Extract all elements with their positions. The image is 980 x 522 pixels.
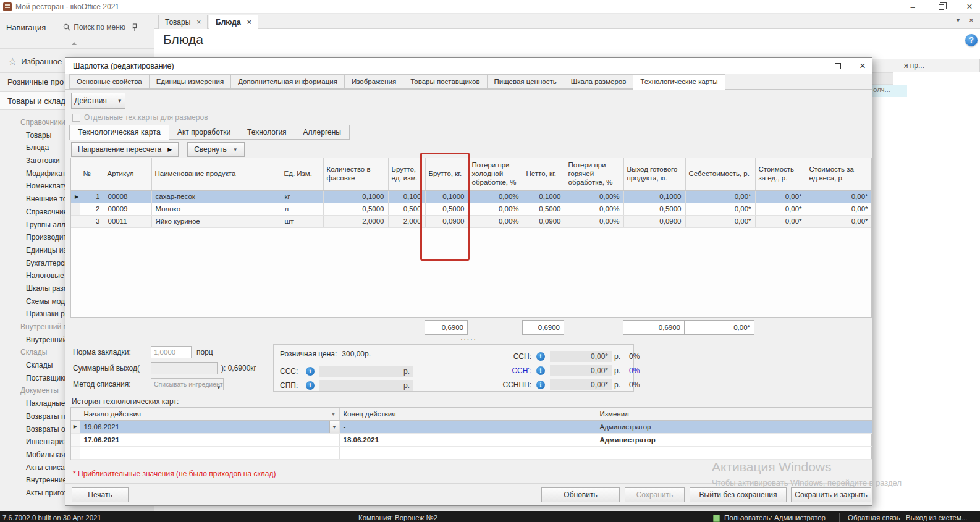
- separate-techcards-checkbox[interactable]: Отдельные тех.карты для размеров: [72, 113, 208, 122]
- subtab-technology[interactable]: Технология: [239, 125, 295, 140]
- maximize-icon: [835, 63, 841, 69]
- col-article[interactable]: Артикул: [104, 158, 151, 190]
- col-cost[interactable]: Себестоимость, р.: [685, 158, 755, 190]
- tab-supplier-products[interactable]: Товары поставщиков: [403, 74, 487, 89]
- yield-input[interactable]: [151, 362, 218, 374]
- tab-units[interactable]: Единицы измерения: [150, 74, 231, 89]
- col-gross-unit[interactable]: Брутто, ед. изм.: [388, 158, 425, 190]
- ccn2-label: ССН':: [493, 366, 531, 375]
- tablist-close-icon[interactable]: ×: [969, 15, 974, 25]
- yield-label: Суммарный выход(: [73, 364, 140, 373]
- chevron-down-icon: ▼: [233, 147, 238, 153]
- tab-tech-cards[interactable]: Технологические карты: [633, 74, 725, 90]
- document-tabbar: Товары × Блюда × ▼ ×: [154, 14, 980, 29]
- col-gross-kg[interactable]: Брутто, кг.: [425, 158, 468, 190]
- col-qty-packing[interactable]: Количество в фасовке: [323, 158, 388, 190]
- col-net-kg[interactable]: Нетто, кг.: [523, 158, 565, 190]
- feedback-link[interactable]: Обратная связь: [848, 514, 900, 521]
- dialog-titlebar: Шарлотка (редактирование) – ×: [65, 58, 872, 74]
- save-button[interactable]: Сохранить: [625, 487, 685, 502]
- checkbox-icon: [72, 114, 80, 122]
- ccnpp-info-icon[interactable]: i: [536, 381, 545, 389]
- tab-products[interactable]: Товары ×: [158, 15, 208, 29]
- window-minimize-button[interactable]: –: [907, 2, 918, 12]
- ccn2-info-icon[interactable]: i: [536, 366, 545, 375]
- recalc-direction-button[interactable]: Направление пересчета ▶: [71, 142, 179, 157]
- user-text: Пользователь: Администратор: [724, 514, 826, 521]
- ccc-info-icon[interactable]: i: [306, 367, 315, 376]
- tab-dishes[interactable]: Блюда ×: [209, 15, 258, 29]
- total-output-kg: 0,6900: [623, 320, 685, 335]
- splitter-handle[interactable]: ·····: [65, 337, 872, 342]
- menu-search[interactable]: Поиск по меню: [63, 23, 125, 32]
- tab-dishes-close-icon[interactable]: ×: [247, 18, 251, 27]
- ingredient-row-2[interactable]: 2 00009 Молоко л 0,5000 0,500 0,5000 0,0…: [71, 203, 872, 215]
- window-restore-button[interactable]: [936, 2, 947, 12]
- tab-nutrition[interactable]: Пищевая ценность: [488, 74, 564, 89]
- window-titlebar: Мой ресторан - iikoOffice 2021 – ×: [0, 0, 980, 14]
- total-net-kg: 0,6900: [522, 320, 564, 335]
- tab-additional-info[interactable]: Дополнительная информация: [231, 74, 345, 89]
- page-title: Блюда: [163, 32, 203, 47]
- dialog-maximize-button[interactable]: [832, 61, 843, 71]
- ccn-info-icon[interactable]: i: [536, 352, 545, 361]
- ccn-value: 0,00*: [550, 351, 612, 362]
- ingredient-row-1[interactable]: ▶ 1 00008 сахар-песок кг 0,1000 0,100 0,…: [71, 190, 872, 203]
- ccnpp-unit: р.: [614, 381, 620, 389]
- refresh-button[interactable]: Обновить: [541, 487, 620, 502]
- date-combo-button[interactable]: ▼: [329, 421, 339, 434]
- tablist-chevron-icon[interactable]: ▼: [955, 17, 961, 23]
- history-row-2[interactable]: 17.06.2021 18.06.2021 Администратор: [71, 433, 872, 446]
- filter-icon[interactable]: ▼: [331, 411, 336, 417]
- writeoff-method-select[interactable]: Списывать ингредиенты ▼: [151, 378, 224, 390]
- col-unit[interactable]: Ед. Изм.: [281, 158, 323, 190]
- ingredients-grid: № Артикул Наименование продукта Ед. Изм.…: [70, 158, 872, 318]
- ccn-label: ССН:: [493, 352, 531, 361]
- dialog-minimize-button[interactable]: –: [808, 61, 819, 71]
- subtab-development-act[interactable]: Акт проработки: [169, 125, 239, 140]
- col-cold-loss[interactable]: Потери при холодной обработке, %: [468, 158, 523, 190]
- portion-input[interactable]: [151, 346, 192, 358]
- col-end-date[interactable]: Конец действия: [339, 408, 596, 420]
- actions-button[interactable]: Действия ▼: [71, 93, 125, 109]
- window-close-button[interactable]: ×: [964, 1, 975, 12]
- col-start-date[interactable]: Начало действия▼: [80, 408, 339, 420]
- tab-main-properties[interactable]: Основные свойства: [69, 74, 150, 89]
- col-output-kg[interactable]: Выход готового продукта, кг.: [623, 158, 685, 190]
- cpp-label: СПП:: [280, 381, 301, 390]
- collapse-search-arrow[interactable]: [72, 42, 77, 45]
- ccc-label: ССС:: [280, 367, 301, 376]
- tab-products-close-icon[interactable]: ×: [196, 18, 201, 27]
- logout-link[interactable]: Выход из систем...: [906, 514, 967, 521]
- background-grid-cell: [871, 72, 893, 85]
- tab-images[interactable]: Изображения: [345, 74, 403, 89]
- tab-size-scale[interactable]: Шкала размеров: [564, 74, 634, 89]
- search-label: Поиск по меню: [74, 23, 125, 32]
- col-cost-per-unit[interactable]: Стоимость за ед., р.: [755, 158, 806, 190]
- dialog-close-button[interactable]: ×: [857, 60, 868, 72]
- collapse-button[interactable]: Свернуть ▼: [187, 142, 245, 157]
- cpp-info-icon[interactable]: i: [306, 381, 315, 390]
- col-changed-by[interactable]: Изменил: [596, 408, 855, 420]
- ccn2-pct: 0%: [629, 366, 640, 375]
- history-row-1[interactable]: ▶ 19.06.2021▼ - Администратор: [71, 420, 872, 433]
- dish-edit-dialog: Шарлотка (редактирование) – × Основные с…: [65, 57, 872, 506]
- col-hot-loss[interactable]: Потери при горячей обработке, %: [565, 158, 623, 190]
- col-number[interactable]: №: [80, 158, 104, 190]
- row-marker-icon: ▶: [71, 190, 80, 203]
- nav-title: Навигация: [6, 23, 46, 32]
- col-product-name[interactable]: Наименование продукта: [151, 158, 281, 190]
- help-button[interactable]: ?: [965, 34, 978, 46]
- save-and-close-button[interactable]: Сохранить и закрыть: [791, 487, 871, 502]
- window-title: Мой ресторан - iikoOffice 2021: [15, 2, 119, 11]
- document-status-icon: [713, 515, 720, 522]
- ingredient-row-3[interactable]: 3 00011 Яйко куриное шт 2,0000 2,000 0,0…: [71, 215, 872, 227]
- exit-without-saving-button[interactable]: Выйти без сохранения: [690, 487, 787, 502]
- history-label: История технологических карт:: [72, 397, 179, 406]
- subtab-tech-card[interactable]: Технологическая карта: [69, 125, 169, 140]
- print-button[interactable]: Печать: [72, 487, 129, 502]
- col-cost-per-weight[interactable]: Стоимость за ед.веса, р.: [806, 158, 872, 190]
- subtab-allergens[interactable]: Аллергены: [295, 125, 350, 140]
- background-grid-header: я пр...: [871, 59, 980, 72]
- pin-icon[interactable]: [132, 23, 138, 32]
